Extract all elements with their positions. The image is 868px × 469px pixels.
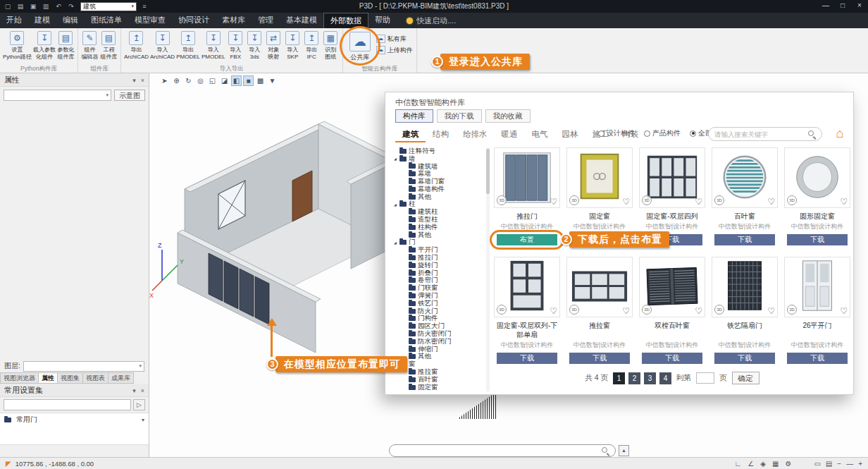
tree-item[interactable]: 旋转门 [392, 262, 484, 269]
tree-scrollbar[interactable] [486, 147, 490, 391]
ribbon-button[interactable]: ▦识别图纸 [321, 30, 340, 61]
panel-tab[interactable]: 属性 [39, 372, 58, 384]
save-icon[interactable]: ▣ [28, 2, 38, 11]
page-button-3[interactable]: 3 [644, 372, 656, 384]
menu-tab[interactable]: 素材库 [216, 13, 252, 28]
search-icon[interactable] [808, 130, 816, 138]
chevron-down-icon[interactable]: ▾ [142, 417, 144, 423]
tree-item[interactable]: 弹簧门 [392, 292, 484, 300]
panel-dock-icon[interactable]: ▾ [132, 387, 136, 394]
3d-badge[interactable]: 3D [569, 195, 579, 205]
ribbon-button-public-library[interactable]: ☁公共库 [345, 30, 375, 62]
ribbon-button[interactable]: ↧导入SKP [283, 30, 302, 61]
tree-item[interactable]: ◢门 [392, 239, 484, 247]
single-view-icon[interactable]: ▭ [814, 460, 820, 468]
download-button[interactable]: 下载 [497, 353, 557, 364]
3d-badge[interactable]: 3D [787, 195, 797, 205]
tree-item[interactable]: 平开门 [392, 246, 484, 254]
schematic-button[interactable]: 示意图 [114, 90, 145, 101]
product-thumbnail[interactable]: 3D♡ [494, 147, 560, 208]
panel-close-icon[interactable]: × [141, 387, 144, 394]
scrollbar-thumb[interactable] [486, 149, 490, 194]
tree-item[interactable]: 推拉门 [392, 254, 484, 262]
category-tab[interactable]: 给排水 [456, 127, 495, 142]
osnap-icon[interactable]: ◈ [760, 460, 766, 468]
favorite-icon[interactable]: ♡ [695, 197, 702, 207]
zoom-in-icon[interactable]: + [858, 460, 862, 468]
favorite-icon[interactable]: ♡ [550, 306, 557, 316]
product-thumbnail[interactable]: 3D♡ [494, 257, 560, 317]
3d-badge[interactable]: 3D [569, 305, 579, 315]
settings-icon[interactable]: ⚙ [785, 460, 791, 468]
tree-item[interactable]: 铁艺门 [392, 300, 484, 307]
filter-option[interactable]: 设计构件 [598, 128, 635, 138]
new-file-icon[interactable]: ▢ [3, 2, 13, 11]
ribbon-button[interactable]: ☁私有库 [376, 34, 413, 44]
properties-type-dropdown[interactable]: ▾ [4, 90, 111, 101]
radio-icon[interactable] [598, 130, 604, 137]
radio-icon[interactable] [644, 130, 650, 137]
ribbon-button[interactable]: ↧导入3ds [245, 30, 264, 61]
print-icon[interactable]: ▥ [41, 2, 51, 11]
confirm-button[interactable]: 确定 [732, 372, 760, 384]
ribbon-button[interactable]: ☁上传构件 [376, 45, 413, 55]
tree-item[interactable]: 百叶窗 [392, 376, 484, 384]
grid-icon[interactable]: ▦ [772, 460, 779, 468]
tree-item[interactable]: 门联窗 [392, 284, 484, 292]
settings-filter-button[interactable]: ▷ [133, 399, 145, 410]
panel-tab[interactable]: 成果库 [108, 372, 134, 384]
menu-tab[interactable]: 外部数据 [323, 13, 368, 28]
tree-item[interactable]: ◢柱 [392, 201, 484, 209]
profile-dropdown[interactable]: 建筑 ▾ [80, 2, 137, 11]
settings-item[interactable]: 常用门 ▾ [0, 413, 149, 426]
menu-tab[interactable]: 协同设计 [172, 13, 216, 28]
menu-tab[interactable]: 开始 [0, 13, 28, 28]
quick-launch[interactable]: 快速启动.... [407, 13, 456, 28]
download-button[interactable]: 下载 [569, 353, 630, 364]
3d-badge[interactable]: 3D [642, 305, 652, 315]
search-icon[interactable] [602, 447, 609, 455]
zoom-out-icon[interactable]: − [837, 460, 841, 468]
ribbon-button[interactable]: ↧导入FBX [226, 30, 245, 61]
menu-tab[interactable]: 管理 [252, 13, 280, 28]
tree-item[interactable]: 注释符号 [392, 147, 484, 155]
ribbon-options-icon[interactable]: ≡ [140, 2, 149, 11]
page-button-1[interactable]: 1 [613, 372, 625, 384]
maximize-button[interactable]: □ [834, 0, 851, 13]
favorite-icon[interactable]: ♡ [622, 197, 630, 207]
panel-tab[interactable]: 视图表 [83, 372, 108, 384]
product-thumbnail[interactable]: 3D♡ [566, 257, 633, 317]
3d-badge[interactable]: 3D [497, 305, 507, 315]
home-icon[interactable]: ⌂ [832, 126, 848, 141]
place-button[interactable]: 布置 [497, 234, 557, 245]
ortho-icon[interactable]: ∟ [735, 460, 742, 468]
ribbon-button[interactable]: ▤参数化组件库 [56, 30, 75, 61]
panel-tab[interactable]: 视图浏览器 [0, 372, 39, 384]
menu-tab[interactable]: 图纸清单 [85, 13, 128, 28]
dialog-search-input[interactable] [714, 130, 808, 138]
3d-badge[interactable]: 3D [497, 195, 507, 205]
product-thumbnail[interactable]: 3D♡ [712, 257, 778, 317]
page-button-4[interactable]: 4 [659, 372, 671, 384]
tree-item[interactable]: 其他 [392, 231, 484, 239]
tree-item[interactable]: 柱构件 [392, 224, 484, 231]
download-button[interactable]: 下载 [642, 353, 702, 364]
3d-badge[interactable]: 3D [787, 305, 797, 315]
ribbon-button[interactable]: ↥导出ArchiCAD [123, 30, 149, 61]
undo-icon[interactable]: ↶ [54, 2, 63, 11]
menu-tab[interactable]: 编辑 [56, 13, 85, 28]
category-tab[interactable]: 建筑 [395, 127, 426, 142]
favorite-icon[interactable]: ♡ [622, 306, 630, 316]
product-thumbnail[interactable]: 3D♡ [784, 147, 850, 208]
tree-item[interactable]: 防水密闭门 [392, 338, 484, 346]
radio-icon[interactable] [690, 130, 696, 137]
download-button[interactable]: 下载 [714, 353, 775, 364]
redo-icon[interactable]: ↷ [66, 2, 76, 11]
dialog-tab[interactable]: 我的收藏 [485, 109, 531, 123]
download-button[interactable]: 下载 [714, 234, 775, 245]
product-thumbnail[interactable]: 3D♡ [784, 257, 850, 317]
tree-item[interactable]: 建筑墙 [392, 163, 484, 171]
download-button[interactable]: 下载 [787, 353, 848, 364]
viewport-search-input[interactable] [395, 447, 602, 455]
3d-badge[interactable]: 3D [642, 195, 652, 205]
